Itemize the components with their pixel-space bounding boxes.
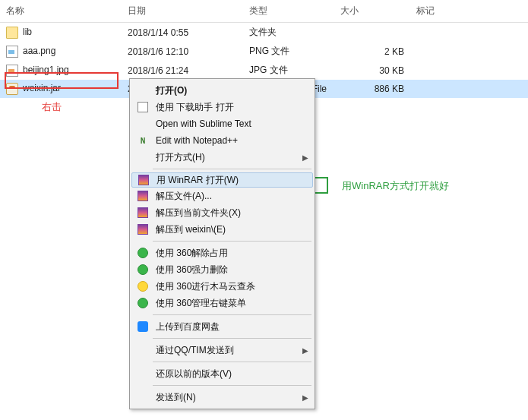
file-type: JPG 文件: [243, 61, 334, 80]
360-yellow-icon: [136, 279, 150, 293]
file-date: 2018/1/14 0:55: [122, 23, 243, 43]
360-green-icon: [136, 263, 150, 276]
360-green-icon: [136, 296, 150, 310]
download-helper-icon: [136, 100, 150, 114]
file-size: 30 KB: [334, 61, 410, 80]
file-name: lib: [23, 27, 32, 37]
menu-open-sublime[interactable]: Open with Sublime Text: [131, 115, 313, 132]
file-row[interactable]: lib2018/1/14 0:55文件夹: [0, 23, 528, 43]
winrar-icon: [136, 206, 150, 219]
menu-restore-previous[interactable]: 还原以前的版本(V): [131, 365, 313, 382]
menu-extract-here[interactable]: 解压到当前文件夹(X): [131, 204, 313, 221]
context-menu[interactable]: 打开(O) 使用 下载助手 打开 Open with Sublime Text …: [129, 78, 315, 409]
menu-winrar-open[interactable]: 用 WinRAR 打开(W): [131, 172, 313, 188]
jar-icon: [6, 83, 18, 95]
file-type: PNG 文件: [243, 42, 334, 61]
menu-open-with[interactable]: 打开方式(H)▶: [131, 149, 313, 166]
annotation-winrar-hint: 用WinRAR方式打开就好: [342, 179, 449, 193]
winrar-icon: [136, 189, 150, 203]
col-type[interactable]: 类型: [243, 0, 334, 23]
menu-baidu-upload[interactable]: 上传到百度网盘: [131, 318, 313, 335]
chevron-right-icon: ▶: [302, 346, 310, 355]
annotation-right-click-label: 右击: [42, 100, 62, 114]
png-icon: [6, 46, 18, 58]
file-row[interactable]: aaa.png2018/1/6 12:10PNG 文件2 KB: [0, 42, 528, 61]
menu-360-force-delete[interactable]: 使用 360强力删除: [131, 261, 313, 278]
menu-edit-notepadpp[interactable]: NEdit with Notepad++: [131, 132, 313, 149]
notepadpp-icon: N: [136, 134, 150, 147]
menu-360-cloud-scan[interactable]: 使用 360进行木马云查杀: [131, 278, 313, 295]
file-date: 2018/1/6 12:10: [122, 42, 243, 61]
col-date[interactable]: 日期: [122, 0, 243, 23]
winrar-icon: [136, 223, 150, 236]
winrar-icon: [137, 173, 150, 187]
menu-360-menu-manager[interactable]: 使用 360管理右键菜单: [131, 295, 313, 311]
menu-send-qq[interactable]: 通过QQ/TIM发送到▶: [131, 342, 313, 358]
menu-send-to[interactable]: 发送到(N)▶: [131, 389, 313, 406]
col-name[interactable]: 名称: [0, 0, 122, 23]
file-row[interactable]: beijing1.jpg2018/1/6 21:24JPG 文件30 KB: [0, 61, 528, 80]
file-size: 2 KB: [334, 42, 410, 61]
menu-extract-to-folder[interactable]: 解压到 weixin\(E): [131, 221, 313, 238]
file-size: [334, 23, 410, 43]
file-date: 2018/1/6 21:24: [122, 61, 243, 80]
file-type: 文件夹: [243, 23, 334, 43]
file-size: 886 KB: [334, 80, 410, 98]
col-tags[interactable]: 标记: [410, 0, 528, 23]
baidu-cloud-icon: [136, 320, 150, 333]
file-name: weixin.jar: [23, 83, 61, 93]
col-size[interactable]: 大小: [334, 0, 410, 23]
file-name: aaa.png: [23, 46, 55, 56]
360-green-icon: [136, 246, 150, 260]
jpg-icon: [6, 65, 18, 77]
menu-open-download-helper[interactable]: 使用 下载助手 打开: [131, 99, 313, 115]
folder-icon: [6, 27, 18, 39]
menu-360-unlock[interactable]: 使用 360解除占用: [131, 245, 313, 261]
file-name: beijing1.jpg: [23, 65, 69, 75]
chevron-right-icon: ▶: [302, 393, 310, 402]
menu-open[interactable]: 打开(O): [131, 82, 313, 99]
chevron-right-icon: ▶: [302, 153, 310, 162]
menu-extract-files[interactable]: 解压文件(A)...: [131, 188, 313, 204]
column-header-row[interactable]: 名称 日期 类型 大小 标记: [0, 0, 528, 23]
